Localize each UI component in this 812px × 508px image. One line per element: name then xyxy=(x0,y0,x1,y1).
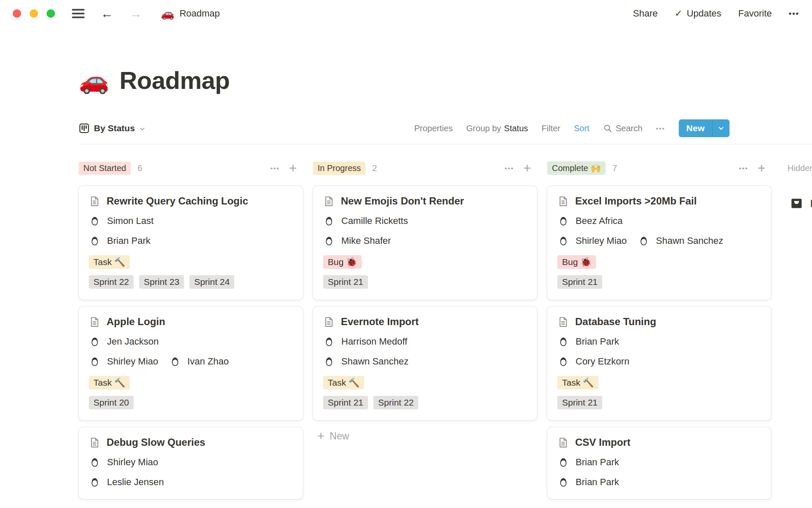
board-column-hidden: HiddenN xyxy=(782,160,812,210)
person-chip[interactable]: Shirley Miao xyxy=(557,235,627,247)
filter-button[interactable]: Filter xyxy=(542,124,560,133)
column-more-icon[interactable]: ••• xyxy=(505,165,514,172)
card[interactable]: Debug Slow QueriesShirley MiaoLeslie Jen… xyxy=(79,427,303,499)
card-sprint-row: Sprint 22Sprint 23Sprint 24 xyxy=(89,275,293,289)
person-name: Simon Last xyxy=(107,215,154,226)
tag-bug: Bug 🐞 xyxy=(557,255,596,269)
column-add-icon[interactable]: + xyxy=(523,161,531,175)
person-chip[interactable]: Harrison Medoff xyxy=(323,336,407,348)
card-people-row: Brian Park xyxy=(557,476,761,488)
person-chip[interactable]: Brian Park xyxy=(557,336,619,348)
column-count: 7 xyxy=(612,163,617,173)
more-options-icon[interactable]: ••• xyxy=(789,9,799,18)
person-chip[interactable]: Shirley Miao xyxy=(89,356,158,367)
sprint-badge: Sprint 21 xyxy=(557,275,602,289)
card-title-row: New Emojis Don't Render xyxy=(323,195,527,207)
card-title-text: Rewrite Query Caching Logic xyxy=(107,195,248,207)
breadcrumb[interactable]: 🚗 Roadmap xyxy=(161,7,220,20)
person-chip[interactable]: Cory Etzkorn xyxy=(557,356,629,367)
toolbar-divider xyxy=(79,144,812,144)
column-title-pill[interactable]: Complete 🙌 xyxy=(547,161,606,175)
avatar xyxy=(323,215,335,227)
view-toolbar: By Status Properties Group by Status Fil… xyxy=(79,119,730,138)
person-name: Jen Jackson xyxy=(107,336,159,347)
column-more-icon[interactable]: ••• xyxy=(271,165,280,172)
page-icon-emoji[interactable]: 🚗 xyxy=(79,68,109,93)
person-chip[interactable]: Shawn Sanchez xyxy=(323,356,409,367)
card-title-row: Debug Slow Queries xyxy=(89,436,293,448)
card[interactable]: New Emojis Don't RenderCamille RickettsM… xyxy=(313,186,537,300)
share-button[interactable]: Share xyxy=(633,8,658,19)
sidebar-menu-icon[interactable] xyxy=(72,9,85,18)
person-chip[interactable]: Shirley Miao xyxy=(89,456,158,468)
new-button[interactable]: New xyxy=(679,119,730,137)
back-arrow-icon[interactable]: ← xyxy=(101,7,113,20)
column-add-icon[interactable]: + xyxy=(757,161,765,175)
properties-button[interactable]: Properties xyxy=(414,124,453,133)
search-button[interactable]: Search xyxy=(603,124,642,133)
favorite-button[interactable]: Favorite xyxy=(738,8,772,19)
person-name: Brian Park xyxy=(107,235,151,246)
person-name: Ivan Zhao xyxy=(187,356,229,367)
tag-task: Task 🔨 xyxy=(89,255,130,269)
person-chip[interactable]: Beez Africa xyxy=(557,215,623,227)
person-chip[interactable]: Brian Park xyxy=(557,456,619,468)
person-chip[interactable]: Shawn Sanchez xyxy=(638,235,723,247)
card[interactable]: Evernote ImportHarrison MedoffShawn Sanc… xyxy=(313,306,537,420)
card-people-row: Shirley MiaoIvan Zhao xyxy=(89,356,293,367)
card-title-text: Excel Imports >20Mb Fail xyxy=(575,195,697,207)
hidden-group-item[interactable]: N xyxy=(782,197,812,210)
zoom-window-button[interactable] xyxy=(47,9,55,18)
column-title-pill[interactable]: Not Started xyxy=(79,162,131,175)
avatar xyxy=(557,215,569,227)
person-name: Brian Park xyxy=(576,477,619,488)
column-more-icon[interactable]: ••• xyxy=(739,165,749,172)
person-name: Beez Africa xyxy=(576,215,623,226)
card[interactable]: Rewrite Query Caching LogicSimon LastBri… xyxy=(79,186,303,300)
column-cards: New Emojis Don't RenderCamille RickettsM… xyxy=(313,186,537,420)
person-chip[interactable]: Ivan Zhao xyxy=(169,356,229,367)
page-title-text[interactable]: Roadmap xyxy=(119,66,230,94)
card-tag-row: Bug 🐞 xyxy=(557,255,761,269)
close-window-button[interactable] xyxy=(13,9,21,18)
column-add-icon[interactable]: + xyxy=(289,161,297,175)
person-name: Harrison Medoff xyxy=(341,336,407,347)
card-people-row: Shirley MiaoShawn Sanchez xyxy=(557,235,761,247)
forward-arrow-icon[interactable]: → xyxy=(129,7,142,20)
card[interactable]: Excel Imports >20Mb FailBeez AfricaShirl… xyxy=(547,186,771,300)
person-chip[interactable]: Brian Park xyxy=(89,235,151,247)
person-name: Shirley Miao xyxy=(107,457,158,468)
new-button-label: New xyxy=(679,119,712,137)
updates-button[interactable]: ✓ Updates xyxy=(675,8,721,19)
add-card-button[interactable]: +New xyxy=(313,430,537,442)
card-tag-row: Task 🔨 xyxy=(323,376,527,389)
page-icon xyxy=(557,316,569,328)
person-chip[interactable]: Mike Shafer xyxy=(323,235,391,247)
card[interactable]: CSV ImportBrian ParkBrian Park xyxy=(547,427,771,499)
card-title-row: Database Tuning xyxy=(557,316,761,328)
group-by-button[interactable]: Group by Status xyxy=(466,124,528,133)
avatar xyxy=(557,356,569,367)
sort-button[interactable]: Sort xyxy=(574,124,590,133)
card[interactable]: Apple LoginJen JacksonShirley MiaoIvan Z… xyxy=(79,306,303,420)
avatar xyxy=(89,235,101,247)
card-title-row: CSV Import xyxy=(557,436,761,448)
column-title-pill[interactable]: In Progress xyxy=(313,162,365,175)
toolbar-more-icon[interactable]: ••• xyxy=(656,125,665,132)
person-chip[interactable]: Leslie Jensen xyxy=(89,476,164,488)
person-chip[interactable]: Jen Jackson xyxy=(89,336,159,348)
column-header: Not Started6•••+ xyxy=(79,160,303,177)
hidden-columns-label[interactable]: Hidden xyxy=(782,163,812,173)
person-chip[interactable]: Brian Park xyxy=(557,476,619,488)
page-icon xyxy=(89,437,100,448)
view-switcher[interactable]: By Status xyxy=(79,123,145,134)
card-title-text: Evernote Import xyxy=(341,316,419,328)
column-header: Complete 🙌7•••+ xyxy=(547,160,771,177)
card[interactable]: Database TuningBrian ParkCory EtzkornTas… xyxy=(547,306,771,420)
person-chip[interactable]: Simon Last xyxy=(89,215,154,227)
page-icon xyxy=(89,196,100,207)
avatar xyxy=(557,476,569,488)
minimize-window-button[interactable] xyxy=(30,9,38,18)
new-button-chevron-icon[interactable] xyxy=(712,119,730,137)
person-chip[interactable]: Camille Ricketts xyxy=(323,215,408,227)
